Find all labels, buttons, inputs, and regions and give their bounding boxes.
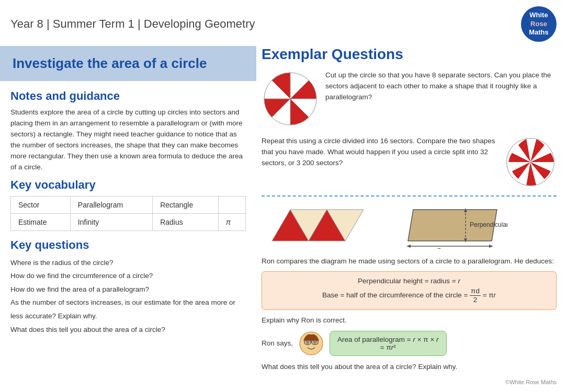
question-2: How do we find the circumference of a ci… (10, 269, 246, 283)
vocab-row-2: Estimate Infinity Radius π (11, 213, 246, 230)
logo-line2: Rose (530, 20, 547, 29)
main-content: Investigate the area of a circle Notes a… (0, 46, 567, 392)
logo: White Rose Maths (521, 6, 557, 42)
vocab-heading: Key vocabulary (10, 178, 246, 192)
question-4: As the number of sectors increases, is o… (10, 296, 246, 322)
notes-heading: Notes and guidance (10, 89, 246, 103)
vocab-cell-rectangle: Rectangle (153, 196, 219, 213)
parallelogram-figure: Perpendicular height Base (392, 202, 507, 251)
svg-text:Base: Base (437, 247, 452, 249)
speech-line1: Area of parallelogram = r × π × r (337, 336, 439, 343)
right-panel: Exemplar Questions (256, 46, 567, 392)
q2-text: Repeat this using a circle divided into … (262, 136, 498, 169)
deduction-box: Perpendicular height = radius = r Base =… (262, 271, 557, 310)
page-header: Year 8 | Summer Term 1 | Developing Geom… (0, 0, 567, 46)
final-question: What does this tell you about the area o… (262, 362, 557, 373)
key-questions-heading: Key questions (10, 238, 246, 252)
exemplar-q1: Cut up the circle so that you have 8 sep… (262, 70, 557, 130)
logo-line1: White (529, 11, 548, 20)
vocab-cell-pi: π (218, 213, 245, 230)
svg-point-28 (307, 341, 309, 343)
section-banner: Investigate the area of a circle (0, 46, 256, 81)
question-1: Where is the radius of the circle? (10, 256, 246, 270)
vocab-cell-parallelogram: Parallelogram (70, 196, 152, 213)
diagram-row: Perpendicular height Base (262, 202, 557, 251)
svg-text:Perpendicular height: Perpendicular height (470, 221, 507, 228)
deduction-line2: Base = half of the circumference of the … (271, 287, 547, 304)
circle-8-sectors (262, 70, 319, 130)
svg-marker-22 (489, 245, 493, 248)
speech-bubble: Area of parallelogram = r × π × r = πr² (330, 331, 447, 356)
logo-line3: Maths (529, 28, 549, 37)
sectors-arranged (262, 204, 382, 248)
notes-text: Students explore the area of a circle by… (10, 107, 246, 173)
vocab-row-1: Sector Parallelogram Rectangle (11, 196, 246, 213)
vocab-table: Sector Parallelogram Rectangle Estimate … (10, 196, 246, 231)
circle-16-sectors (504, 136, 557, 190)
dashed-divider (262, 195, 557, 197)
left-panel: Investigate the area of a circle Notes a… (0, 46, 256, 392)
copyright: ©White Rose Maths (262, 379, 557, 385)
svg-marker-21 (406, 245, 411, 248)
q1-text: Cut up the circle so that you have 8 sep… (325, 70, 557, 103)
banner-title: Investigate the area of a circle (13, 55, 244, 72)
speech-line2: = πr² (337, 343, 439, 351)
ron-face-icon (298, 330, 324, 356)
exemplar-heading: Exemplar Questions (262, 46, 557, 63)
ron-row: Ron says, Area of parallelogram = r × π (262, 330, 557, 356)
svg-point-29 (314, 341, 316, 343)
ron-says-label: Ron says, (262, 338, 293, 349)
exemplar-q2: Repeat this using a circle divided into … (262, 136, 557, 190)
vocab-cell-empty (218, 196, 245, 213)
explain-text: Explain why Ron is correct. (262, 315, 557, 326)
deduction-line1: Perpendicular height = radius = r (271, 277, 547, 285)
question-3: How do we find the area of a parallelogr… (10, 283, 246, 296)
key-questions-list: Where is the radius of the circle? How d… (10, 256, 246, 337)
vocab-cell-sector: Sector (11, 196, 71, 213)
vocab-cell-radius: Radius (153, 213, 219, 230)
page-title: Year 8 | Summer Term 1 | Developing Geom… (10, 17, 255, 31)
ron-intro: Ron compares the diagram he made using s… (262, 256, 557, 267)
vocab-cell-estimate: Estimate (11, 213, 71, 230)
vocab-cell-infinity: Infinity (70, 213, 152, 230)
question-5: What does this tell you about the area o… (10, 323, 246, 337)
